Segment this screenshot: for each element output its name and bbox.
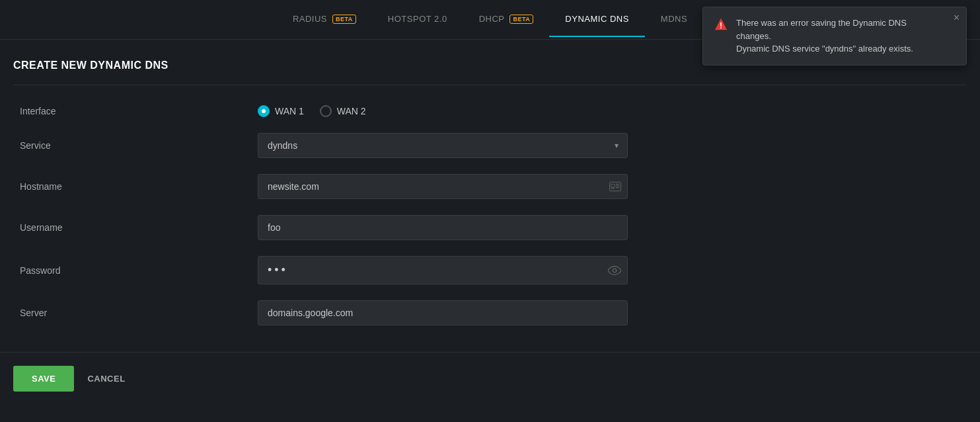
save-button[interactable]: SAVE bbox=[13, 366, 74, 392]
username-label: Username bbox=[20, 222, 258, 233]
service-select-wrapper: dyndns noip cloudflare ▾ bbox=[258, 133, 628, 158]
service-label: Service bbox=[20, 140, 258, 151]
password-input[interactable] bbox=[258, 256, 628, 284]
hostname-control bbox=[258, 174, 628, 199]
server-label: Server bbox=[20, 308, 258, 318]
wan2-label: WAN 2 bbox=[337, 106, 366, 116]
wan2-option[interactable]: WAN 2 bbox=[320, 105, 366, 117]
server-control bbox=[258, 300, 628, 325]
radius-beta-badge: BETA bbox=[332, 15, 356, 24]
tab-hotspot-label: HOTSPOT 2.0 bbox=[388, 14, 447, 24]
contact-card-icon bbox=[609, 181, 621, 192]
service-row: Service dyndns noip cloudflare ▾ bbox=[13, 133, 967, 158]
eye-icon bbox=[608, 266, 621, 275]
interface-row: Interface WAN 1 WAN 2 bbox=[13, 105, 967, 117]
close-notification-button[interactable]: × bbox=[954, 13, 960, 23]
tab-dynamic-dns-label: DYNAMIC DNS bbox=[565, 14, 629, 24]
top-navigation: RADIUS BETA HOTSPOT 2.0 DHCP BETA DYNAMI… bbox=[0, 0, 980, 40]
interface-control: WAN 1 WAN 2 bbox=[258, 105, 628, 117]
error-line1: There was an error saving the Dynamic DN… bbox=[736, 18, 907, 41]
alert-triangle-icon: ! bbox=[714, 17, 728, 32]
server-row: Server bbox=[13, 300, 967, 325]
interface-radio-group: WAN 1 WAN 2 bbox=[258, 105, 628, 117]
hostname-input-wrap bbox=[258, 174, 628, 199]
nav-tabs: RADIUS BETA HOTSPOT 2.0 DHCP BETA DYNAMI… bbox=[277, 2, 703, 37]
title-divider bbox=[13, 85, 967, 85]
tab-mdns[interactable]: MDNS bbox=[645, 2, 703, 37]
main-content: CREATE NEW DYNAMIC DNS Interface WAN 1 W… bbox=[0, 40, 980, 325]
hostname-label: Hostname bbox=[20, 181, 258, 192]
cancel-button[interactable]: CANCEL bbox=[87, 374, 125, 384]
username-row: Username bbox=[13, 215, 967, 240]
tab-hotspot[interactable]: HOTSPOT 2.0 bbox=[372, 2, 463, 37]
dhcp-beta-badge: BETA bbox=[509, 15, 533, 24]
tab-radius-label: RADIUS bbox=[293, 14, 327, 24]
server-input[interactable] bbox=[258, 300, 628, 325]
hostname-input[interactable] bbox=[258, 174, 628, 199]
password-label: Password bbox=[20, 265, 258, 276]
svg-text:!: ! bbox=[720, 21, 722, 30]
hostname-icon-button[interactable] bbox=[609, 181, 621, 192]
password-row: Password bbox=[13, 256, 967, 284]
wan2-radio[interactable] bbox=[320, 105, 332, 117]
username-control bbox=[258, 215, 628, 240]
wan1-option[interactable]: WAN 1 bbox=[258, 105, 304, 117]
error-notification: ! There was an error saving the Dynamic … bbox=[702, 7, 967, 65]
service-control: dyndns noip cloudflare ▾ bbox=[258, 133, 628, 158]
hostname-row: Hostname bbox=[13, 174, 967, 199]
username-input[interactable] bbox=[258, 215, 628, 240]
tab-dynamic-dns[interactable]: DYNAMIC DNS bbox=[549, 2, 645, 37]
interface-label: Interface bbox=[20, 106, 258, 116]
password-control bbox=[258, 256, 628, 284]
tab-dhcp-label: DHCP bbox=[479, 14, 505, 24]
svg-rect-3 bbox=[611, 184, 615, 187]
show-password-button[interactable] bbox=[608, 266, 621, 275]
tab-radius[interactable]: RADIUS BETA bbox=[277, 2, 372, 37]
tab-mdns-label: MDNS bbox=[661, 14, 687, 24]
password-input-wrap bbox=[258, 256, 628, 284]
service-select[interactable]: dyndns noip cloudflare bbox=[258, 133, 628, 158]
wan1-radio[interactable] bbox=[258, 105, 270, 117]
wan1-label: WAN 1 bbox=[275, 106, 304, 116]
error-line2: Dynamic DNS service "dyndns" already exi… bbox=[736, 44, 913, 54]
footer-actions: SAVE CANCEL bbox=[0, 353, 980, 405]
error-text: There was an error saving the Dynamic DN… bbox=[736, 17, 940, 56]
tab-dhcp[interactable]: DHCP BETA bbox=[463, 2, 550, 37]
svg-point-8 bbox=[613, 269, 616, 272]
